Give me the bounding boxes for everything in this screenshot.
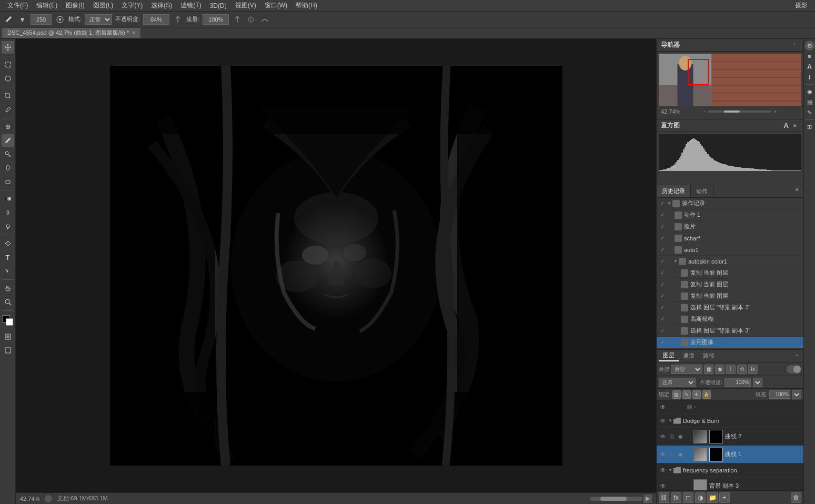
delete-layer-btn[interactable]: 🗑 [791, 492, 801, 503]
layers-opacity-arrow[interactable]: ▾ [753, 378, 762, 387]
blur-tool[interactable] [2, 206, 14, 219]
history-item-8[interactable]: ✓ 复制 当前 图层 [657, 279, 803, 290]
history-item-12[interactable]: ✓ 选择 图层 "背景 副本 3" [657, 325, 803, 337]
panel-toggle-4[interactable]: I [805, 73, 814, 82]
eyedropper-tool[interactable] [2, 103, 14, 116]
zoom-in-btn[interactable]: + [773, 109, 777, 115]
layers-mode-select[interactable]: 正常 [659, 378, 696, 387]
color-swatch[interactable] [3, 315, 13, 326]
curves-2-eye[interactable]: 👁 [659, 432, 667, 441]
menu-filter[interactable]: 滤镜(T) [176, 1, 205, 10]
layer-style-btn[interactable]: fx [671, 492, 681, 503]
curves-1-eye[interactable]: 👁 [659, 450, 667, 459]
airbrush-icon[interactable] [246, 14, 256, 25]
canvas-image[interactable] [110, 66, 562, 466]
document-tab[interactable]: DSC_4554.psd @ 42.7% (曲线 1, 图层蒙版/8) * × [2, 28, 141, 38]
layers-filter-icon-1[interactable]: ▦ [704, 365, 713, 374]
layers-fill-input[interactable] [769, 390, 790, 399]
panel-toggle-2[interactable]: ≡ [805, 52, 814, 61]
workspace-label[interactable]: 摄影 [791, 1, 812, 10]
clone-stamp-tool[interactable] [2, 148, 14, 160]
layers-filter-icon-4[interactable]: ⟲ [737, 365, 747, 374]
navigator-panel-header[interactable]: 导航器 ≡ [657, 39, 803, 52]
menu-layer[interactable]: 图层(L) [89, 1, 118, 10]
layers-filter-icon-2[interactable]: ◉ [715, 365, 725, 374]
scroll-right-btn[interactable]: ▶ [643, 495, 652, 503]
mode-select[interactable]: 正常 [85, 14, 112, 25]
text-tool[interactable]: T [2, 251, 14, 264]
background-color[interactable] [6, 318, 13, 326]
menu-view[interactable]: 视图(V) [231, 1, 260, 10]
history-item-9[interactable]: ✓ 复制 当前 图层 [657, 290, 803, 302]
curves-1-layer[interactable]: 👁 ⛓ ◉ 曲线 1 [657, 446, 803, 463]
layers-filter-icon-5[interactable]: fx [748, 365, 758, 374]
pen-tool[interactable] [2, 237, 14, 250]
brush-tool-icon[interactable] [3, 14, 14, 25]
layers-opacity-input[interactable] [725, 378, 751, 387]
panel-toggle-1[interactable]: ⚙ [805, 41, 814, 51]
brush-size-picker-icon[interactable] [55, 14, 65, 25]
zoom-out-btn[interactable]: − [703, 109, 706, 115]
lasso-tool[interactable] [2, 72, 14, 85]
rectangular-marquee-tool[interactable] [2, 58, 14, 71]
layer-eye-icon[interactable]: 👁 [659, 403, 667, 411]
history-item-11[interactable]: ✓ 高斯模糊 [657, 314, 803, 325]
menu-file[interactable]: 文件(F) [3, 1, 32, 10]
panel-toggle-3[interactable]: A [805, 62, 814, 72]
flow-input[interactable] [203, 14, 229, 25]
history-panel-menu-icon[interactable]: ≡ [793, 185, 801, 194]
new-group-btn[interactable]: 📁 [707, 492, 718, 503]
bg-copy3-layer[interactable]: 👁 背景 副本 3 [657, 477, 803, 490]
adjustment-layer-btn[interactable]: ◑ [695, 492, 706, 503]
layer-mask-btn[interactable]: ◻ [683, 492, 693, 503]
opacity-pressure-icon[interactable] [173, 14, 183, 25]
dodge-burn-eye[interactable]: 👁 [659, 417, 667, 425]
flow-pressure-icon[interactable] [232, 14, 243, 25]
menu-3d[interactable]: 3D(D) [206, 2, 231, 9]
healing-brush-tool[interactable] [2, 120, 14, 133]
layers-filter-type-select[interactable]: 类型 [671, 365, 702, 374]
history-brush-tool[interactable] [2, 162, 14, 174]
dodge-tool[interactable] [2, 220, 14, 233]
brush-preset-icon[interactable]: ▾ [17, 14, 27, 25]
lock-image-icon[interactable]: ✎ [682, 390, 691, 399]
opacity-input[interactable] [143, 14, 169, 25]
curves-1-visibility[interactable]: ◉ [677, 451, 684, 458]
history-item-2[interactable]: ✓ 动作 1 [657, 209, 803, 221]
canvas-container[interactable] [16, 39, 656, 492]
freq-sep-eye[interactable]: 👁 [659, 466, 667, 475]
brush-tool[interactable] [2, 134, 14, 147]
menu-help[interactable]: 帮助(H) [291, 1, 321, 10]
freq-sep-group[interactable]: 👁 ▼ frequency separation [657, 463, 803, 477]
history-tab[interactable]: 历史记录 [657, 185, 691, 197]
menu-image[interactable]: 图像(I) [62, 1, 88, 10]
panel-toggle-5[interactable]: ◉ [805, 87, 814, 96]
curves-2-visibility[interactable]: ◉ [677, 433, 684, 440]
history-item-1[interactable]: ✓ ▼ 操作记录 [657, 198, 803, 209]
curves-2-layer[interactable]: 👁 ⛓ ◉ 曲线 2 [657, 428, 803, 446]
layers-filter-toggle[interactable] [787, 365, 801, 374]
lock-position-icon[interactable]: ✛ [692, 390, 701, 399]
history-item-6[interactable]: ✓ ▼ autoskin color1 [657, 256, 803, 267]
zoom-tool[interactable] [2, 296, 14, 308]
gradient-tool[interactable] [2, 193, 14, 205]
bg-copy3-eye[interactable]: 👁 [659, 482, 667, 490]
channels-tab[interactable]: 通道 [679, 351, 699, 361]
link-layers-btn[interactable]: ⛓ [659, 492, 669, 503]
menu-text[interactable]: 文字(Y) [117, 1, 147, 10]
screen-mode-tool[interactable] [2, 344, 14, 357]
actions-tab[interactable]: 动作 [691, 185, 713, 197]
dodge-burn-group[interactable]: 👁 ▼ Dodge & Burn [657, 414, 803, 428]
history-item-5[interactable]: ✓ auto1 [657, 244, 803, 256]
panel-toggle-7[interactable]: ✎ [805, 108, 814, 117]
panel-toggle-8[interactable]: ⊞ [805, 122, 814, 132]
history-item-7[interactable]: ✓ 复制 当前 图层 [657, 267, 803, 279]
lock-pixels-icon[interactable]: ▨ [672, 390, 681, 399]
histogram-panel-menu-icon[interactable]: ≡ [791, 122, 799, 130]
layers-tab[interactable]: 图层 [659, 350, 679, 361]
zoom-indicator[interactable] [45, 495, 52, 502]
layers-filter-icon-3[interactable]: T [726, 365, 736, 374]
history-item-10[interactable]: ✓ 选择 图层 "背景 副本 2" [657, 302, 803, 314]
history-item-13[interactable]: ✓ 应用图像 [657, 337, 803, 348]
history-item-4[interactable]: ✓ scharf [657, 233, 803, 244]
